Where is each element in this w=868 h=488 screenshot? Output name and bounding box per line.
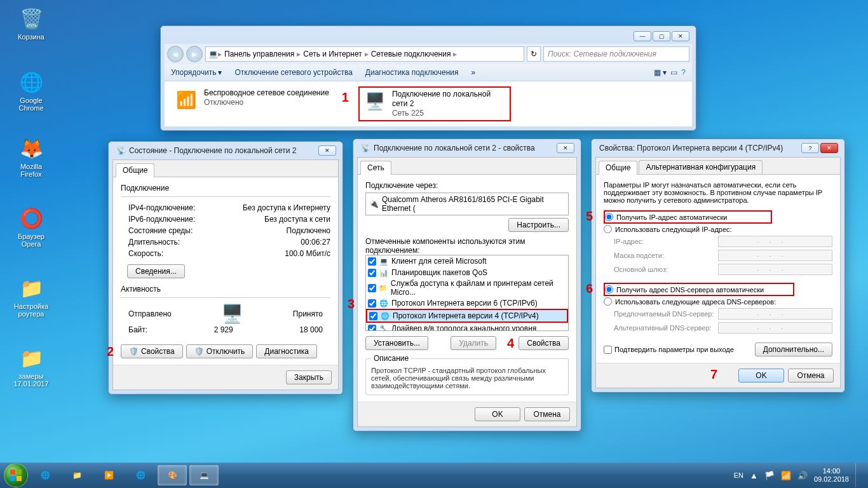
- component-item[interactable]: 💻Клиент для сетей Microsoft: [366, 255, 568, 267]
- ok-button[interactable]: OK: [738, 369, 784, 383]
- configure-button[interactable]: Настроить...: [508, 218, 569, 232]
- label-sent: Отправлено: [128, 309, 172, 318]
- group-connection: Подключение: [121, 184, 330, 193]
- annotation-5: 5: [586, 209, 593, 224]
- desktop-label: Google Chrome: [9, 97, 53, 112]
- component-item[interactable]: 📊Планировщик пакетов QoS: [366, 267, 568, 278]
- component-item[interactable]: 🔧Драйвер в/в тополога канального уровня: [366, 323, 568, 331]
- network-icon: 💻: [208, 50, 218, 58]
- tab-alternate[interactable]: Альтернативная конфигурация: [639, 160, 763, 174]
- toolbar-disable-device[interactable]: Отключение сетевого устройства: [234, 68, 352, 77]
- toolbar-more[interactable]: »: [471, 68, 476, 77]
- nav-forward-button[interactable]: ►: [186, 46, 203, 62]
- component-label: Протокол Интернета версии 4 (TCP/IPv4): [393, 311, 539, 320]
- components-list[interactable]: 💻Клиент для сетей Microsoft 📊Планировщик…: [365, 255, 569, 331]
- clock-time: 14:00: [814, 467, 849, 475]
- show-desktop-button[interactable]: [855, 463, 860, 487]
- cancel-button[interactable]: Отмена: [788, 369, 834, 383]
- clock[interactable]: 14:00 09.02.2018: [814, 467, 849, 483]
- desktop-icon-zamery[interactable]: 📁замеры 17.01.2017: [9, 344, 53, 388]
- close-button[interactable]: ✕: [672, 31, 689, 41]
- radio-auto-ip-row[interactable]: Получить IP-адрес автоматически: [604, 210, 772, 224]
- connection-wireless[interactable]: 📶 Беспроводное сетевое соединение Отключ…: [170, 86, 333, 121]
- breadcrumb-item[interactable]: Панель управления: [222, 48, 297, 60]
- label-components: Отмеченные компоненты используются этим …: [365, 237, 569, 255]
- radio-auto-ip[interactable]: [605, 213, 613, 221]
- desktop-icon-recycle-bin[interactable]: 🗑️Корзина: [9, 5, 53, 41]
- ok-button[interactable]: OK: [475, 407, 520, 421]
- component-checkbox[interactable]: [368, 284, 376, 292]
- start-button[interactable]: [4, 463, 28, 487]
- breadcrumb-item[interactable]: Сетевые подключения: [369, 48, 454, 60]
- tab-network[interactable]: Сеть: [360, 161, 391, 175]
- component-item-ipv4[interactable]: 🌐Протокол Интернета версии 4 (TCP/IPv4): [366, 309, 568, 323]
- taskbar-paint[interactable]: 🎨: [158, 465, 187, 485]
- taskbar-control-panel[interactable]: 💻: [189, 465, 219, 485]
- network-tray-icon[interactable]: 📶: [781, 471, 791, 480]
- component-item[interactable]: 🌐Протокол Интернета версии 6 (TCP/IPv6): [366, 297, 568, 309]
- radio-manual-ip[interactable]: [604, 225, 612, 233]
- radio-auto-dns-row[interactable]: Получить адрес DNS-сервера автоматически: [604, 283, 794, 296]
- tab-general[interactable]: Общие: [116, 163, 154, 177]
- toolbar-diagnose[interactable]: Диагностика подключения: [365, 68, 459, 77]
- group-activity: Активность: [121, 285, 330, 294]
- component-item[interactable]: 📁Служба доступа к файлам и принтерам сет…: [366, 278, 568, 297]
- address-bar[interactable]: 💻 ▸ Панель управления▸ Сеть и Интернет▸ …: [205, 46, 524, 62]
- refresh-button[interactable]: ↻: [527, 46, 541, 62]
- annotation-1: 1: [342, 90, 349, 105]
- taskbar-media[interactable]: ▶️: [94, 465, 123, 485]
- preview-pane-button[interactable]: ▭: [670, 68, 677, 77]
- remove-button[interactable]: Удалить: [451, 336, 496, 350]
- minimize-button[interactable]: —: [634, 31, 651, 41]
- network-icon: 📡: [361, 144, 370, 152]
- breadcrumb-item[interactable]: Сеть и Интернет: [301, 48, 364, 60]
- radio-auto-dns[interactable]: [605, 285, 613, 294]
- view-button[interactable]: ▦ ▾: [654, 68, 667, 77]
- value-bytes-sent: 2 929: [147, 325, 299, 334]
- radio-manual-ip-row[interactable]: Использовать следующий IP-адрес:: [604, 224, 832, 234]
- validate-checkbox-row[interactable]: Подтвердить параметры при выходе: [604, 346, 734, 354]
- help-button[interactable]: ?: [801, 143, 819, 153]
- search-input[interactable]: Поиск: Сетевые подключения: [543, 46, 689, 62]
- component-checkbox[interactable]: [368, 269, 376, 277]
- close-button[interactable]: ✕: [557, 143, 574, 153]
- tray-up-icon[interactable]: ▲: [750, 471, 758, 480]
- connection-name: Подключение по локальной сети 2: [392, 90, 506, 109]
- connection-lan2[interactable]: 🖥️ Подключение по локальной сети 2 Сеть …: [358, 86, 511, 121]
- validate-checkbox[interactable]: [604, 346, 612, 354]
- desktop-icon-chrome[interactable]: 🌐Google Chrome: [9, 69, 53, 112]
- radio-manual-dns[interactable]: [604, 297, 612, 306]
- desktop-icon-firefox[interactable]: 🦊Mozilla Firefox: [9, 135, 53, 178]
- dns2-input: ...: [718, 322, 832, 334]
- gateway-input: ...: [718, 264, 832, 275]
- advanced-button[interactable]: Дополнительно...: [755, 342, 832, 356]
- help-button[interactable]: ?: [681, 68, 686, 77]
- close-button[interactable]: ✕: [820, 143, 838, 153]
- close-dialog-button[interactable]: Закрыть: [286, 370, 332, 384]
- desktop-icon-opera[interactable]: ⭕Браузер Opera: [9, 205, 53, 248]
- taskbar-ie[interactable]: 🌐: [31, 465, 60, 485]
- disable-button[interactable]: 🛡️Отключить: [186, 344, 254, 358]
- maximize-button[interactable]: ▢: [653, 31, 670, 41]
- flag-icon[interactable]: 🏳️: [764, 471, 775, 480]
- nav-back-button[interactable]: ◄: [167, 46, 184, 62]
- component-checkbox[interactable]: [369, 312, 377, 320]
- component-properties-button[interactable]: Свойства: [519, 336, 569, 350]
- close-button[interactable]: ✕: [318, 146, 336, 156]
- tab-general[interactable]: Общие: [599, 161, 637, 175]
- properties-button[interactable]: 🛡️Свойства: [121, 344, 183, 358]
- toolbar-organize[interactable]: Упорядочить ▾: [171, 68, 222, 77]
- component-checkbox[interactable]: [368, 257, 376, 266]
- cancel-button[interactable]: Отмена: [524, 407, 570, 421]
- taskbar-chrome[interactable]: 🌐: [126, 465, 155, 485]
- diagnose-button[interactable]: Диагностика: [256, 344, 317, 358]
- desktop-icon-router-setup[interactable]: 📁Настройка роутера: [9, 274, 53, 318]
- component-checkbox[interactable]: [368, 299, 376, 308]
- taskbar-explorer[interactable]: 📁: [62, 465, 92, 485]
- details-button[interactable]: Сведения...: [127, 264, 185, 278]
- language-indicator[interactable]: EN: [734, 471, 743, 479]
- install-button[interactable]: Установить...: [365, 336, 428, 350]
- radio-manual-dns-row[interactable]: Использовать следующие адреса DNS-сервер…: [604, 296, 832, 307]
- component-checkbox[interactable]: [368, 325, 376, 332]
- volume-icon[interactable]: 🔊: [797, 471, 808, 480]
